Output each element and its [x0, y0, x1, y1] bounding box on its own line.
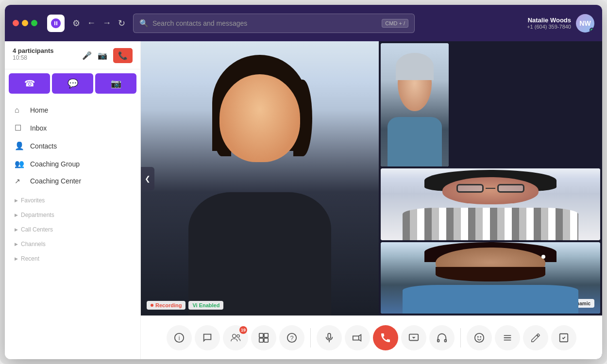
headphones-icon	[437, 332, 447, 343]
message-button[interactable]: 💬	[52, 73, 93, 94]
more-menu-button[interactable]	[495, 325, 520, 350]
participant-video-1	[381, 43, 449, 166]
back-icon[interactable]: ←	[87, 18, 96, 28]
sidebar-item-home[interactable]: ⌂ Home	[5, 101, 140, 119]
menu-icon	[502, 332, 513, 343]
checkbox-button[interactable]	[551, 325, 576, 350]
microphone-icon[interactable]: 🎤	[82, 51, 92, 60]
sidebar-item-contacts[interactable]: 👤 Contacts	[5, 137, 140, 155]
sidebar-item-coaching-group[interactable]: 👥 Coaching Group	[5, 155, 140, 173]
sidebar-section-departments[interactable]: ▶ Departments	[5, 208, 140, 222]
svg-point-21	[475, 333, 484, 342]
checkbox-icon	[558, 332, 569, 343]
avatar[interactable]: NW	[576, 14, 594, 33]
svg-rect-19	[438, 339, 439, 342]
close-button[interactable]	[13, 20, 19, 26]
svg-rect-10	[259, 333, 263, 337]
recording-label: Recording	[155, 302, 182, 308]
sidebar-item-label-coaching-center: Coaching Center	[30, 177, 81, 185]
collapse-sidebar-button[interactable]: ❮	[141, 167, 154, 190]
layout-button[interactable]	[251, 325, 276, 350]
refresh-icon[interactable]: ↻	[118, 18, 125, 29]
end-call-button[interactable]: 📞	[113, 48, 133, 63]
search-input[interactable]	[152, 19, 378, 27]
maximize-button[interactable]	[31, 20, 37, 26]
svg-rect-13	[264, 338, 268, 342]
video-area: Recording Vi Enabled ❮	[141, 41, 602, 315]
info-button[interactable]: i	[167, 325, 192, 350]
participants-button[interactable]: 19	[223, 325, 248, 350]
layout-icon	[258, 332, 269, 343]
microphone-icon	[324, 332, 335, 343]
emoji-icon	[474, 332, 485, 343]
callcenters-label: Call Centers	[21, 226, 53, 233]
small-video-participant	[381, 43, 449, 166]
svg-rect-12	[259, 338, 263, 342]
sidebar-section-recent[interactable]: ▶ Recent	[5, 251, 140, 266]
svg-point-9	[237, 334, 240, 337]
settings-icon[interactable]: ⚙	[72, 18, 80, 29]
svg-rect-11	[264, 333, 268, 337]
audio-button[interactable]	[429, 325, 455, 350]
sidebar-navigation: ⌂ Home ☐ Inbox 👤 Contacts 👥 Coaching Gro…	[5, 98, 140, 193]
sidebar-item-label-inbox: Inbox	[30, 124, 47, 132]
sidebar-item-inbox[interactable]: ☐ Inbox	[5, 119, 140, 137]
contacts-icon: 👤	[15, 141, 24, 150]
sidebar: 4 participants 10:58 🎤 📷 📞 ☎ 💬 📷	[5, 41, 141, 359]
minimize-button[interactable]	[22, 20, 28, 26]
user-info: Natalie Woods +1 (604) 359-7840 NW	[527, 14, 594, 33]
camera-icon	[352, 332, 363, 343]
small-video-row	[379, 41, 602, 167]
sidebar-item-label-contacts: Contacts	[30, 142, 57, 150]
video-button[interactable]: 📷	[95, 73, 136, 94]
help-icon: ?	[287, 332, 297, 343]
content-area: Recording Vi Enabled ❮	[141, 41, 602, 359]
video-badges: Recording Vi Enabled	[147, 301, 223, 310]
coaching-group-icon: 👥	[15, 159, 24, 168]
arrow-icon: ▶	[15, 242, 18, 247]
sidebar-section-callcenters[interactable]: ▶ Call Centers	[5, 222, 140, 237]
forward-icon[interactable]: →	[102, 18, 111, 28]
channels-label: Channels	[21, 241, 46, 248]
person-figure	[141, 41, 379, 315]
separator-2	[460, 328, 461, 347]
end-call-button[interactable]	[373, 325, 398, 350]
main-video-cell: Recording Vi Enabled	[141, 41, 379, 315]
search-bar[interactable]: 🔍 CMD + /	[133, 14, 415, 33]
search-icon: 🔍	[139, 19, 149, 28]
call-button[interactable]: ☎	[9, 73, 50, 94]
svg-rect-20	[445, 339, 447, 342]
main-layout: 4 participants 10:58 🎤 📷 📞 ☎ 💬 📷	[5, 41, 602, 359]
chat-button[interactable]	[195, 325, 220, 350]
cmd-badge: CMD + /	[382, 19, 408, 28]
help-button[interactable]: ?	[279, 325, 304, 350]
screen-share-button[interactable]	[401, 325, 426, 350]
sidebar-section-favorites[interactable]: ▶ Favorites	[5, 193, 140, 208]
camera-icon[interactable]: 📷	[98, 51, 107, 60]
screen-share-icon	[408, 332, 419, 343]
bottom-toolbar: i 19 ?	[141, 315, 602, 359]
edit-button[interactable]	[523, 325, 548, 350]
home-icon: ⌂	[15, 106, 24, 115]
recording-dot	[151, 304, 153, 307]
arrow-icon: ▶	[15, 256, 18, 261]
recording-badge: Recording	[147, 301, 185, 310]
participants-badge: 19	[239, 326, 247, 334]
app-window: ⚙ ← → ↻ 🔍 CMD + / Natalie Woods +1 (604)…	[5, 5, 602, 359]
sidebar-item-label-home: Home	[30, 106, 48, 114]
separator-1	[310, 328, 311, 347]
svg-point-22	[477, 336, 479, 337]
sidebar-item-coaching-center[interactable]: ↗ Coaching Center	[5, 173, 140, 189]
sidebar-section-channels[interactable]: ▶ Channels	[5, 237, 140, 251]
vi-badge: Vi Enabled	[188, 301, 223, 310]
camera-button[interactable]	[345, 325, 370, 350]
chat-icon	[202, 332, 213, 343]
call-timer: 10:58	[13, 54, 54, 61]
departments-label: Departments	[21, 212, 54, 218]
microphone-button[interactable]	[317, 325, 342, 350]
emoji-button[interactable]	[467, 325, 492, 350]
svg-rect-16	[328, 333, 331, 338]
vi-label: Vi Enabled	[192, 302, 219, 308]
arrow-icon: ▶	[15, 227, 18, 232]
nav-icons: ⚙ ← → ↻	[72, 18, 125, 29]
